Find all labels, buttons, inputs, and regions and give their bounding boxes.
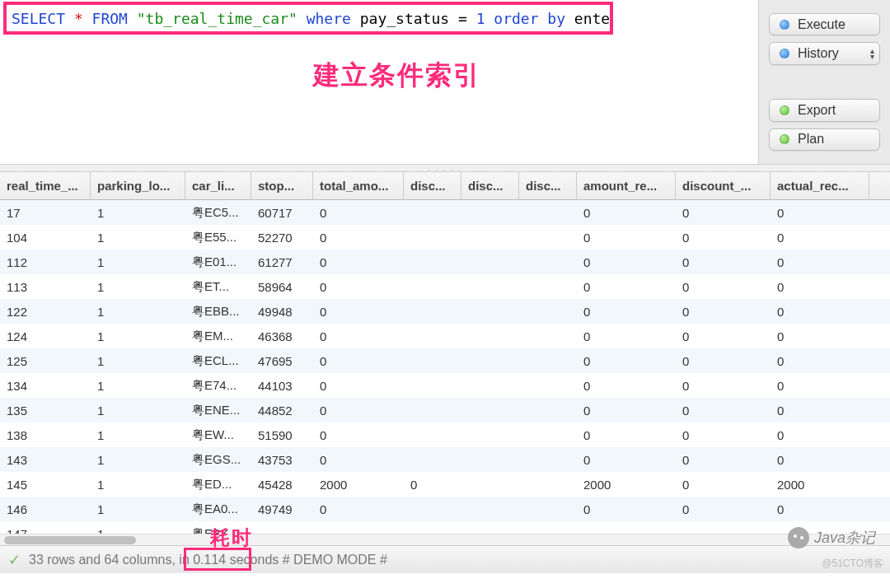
table-cell[interactable]: 0 [313, 250, 404, 274]
table-cell[interactable] [676, 521, 771, 534]
table-cell[interactable]: 1 [91, 521, 185, 534]
table-cell[interactable] [461, 447, 519, 472]
column-header[interactable]: total_amo... [313, 172, 404, 199]
table-cell[interactable]: 0 [577, 299, 676, 324]
column-header[interactable]: real_time_... [0, 172, 91, 199]
table-cell[interactable]: 粤EC5... [185, 200, 251, 225]
table-cell[interactable]: 125 [0, 348, 91, 373]
table-cell[interactable]: 0 [313, 324, 404, 348]
table-cell[interactable]: 43753 [251, 447, 313, 472]
table-cell[interactable]: 0 [577, 398, 676, 422]
export-button[interactable]: Export [769, 99, 880, 121]
sql-query-text[interactable]: SELECT * FROM "tb_real_time_car" where p… [3, 2, 613, 35]
table-cell[interactable]: 135 [0, 398, 91, 422]
table-cell[interactable]: 0 [771, 497, 869, 521]
table-cell[interactable] [519, 324, 577, 348]
table-cell[interactable]: 44103 [251, 373, 313, 398]
column-header[interactable]: parking_lo... [91, 172, 185, 199]
horizontal-scrollbar[interactable] [0, 534, 890, 545]
table-cell[interactable] [519, 200, 577, 225]
stepper-icon[interactable]: ▴▾ [870, 48, 874, 59]
table-cell[interactable]: 0 [313, 225, 404, 250]
execute-button[interactable]: Execute [769, 13, 880, 35]
table-cell[interactable]: 1 [91, 225, 185, 250]
table-cell[interactable] [461, 225, 519, 250]
table-cell[interactable] [461, 200, 519, 225]
table-cell[interactable]: 147 [0, 521, 91, 534]
table-cell[interactable] [404, 274, 461, 299]
table-cell[interactable] [313, 521, 404, 534]
table-row[interactable]: 1471粤EBK. [0, 521, 890, 534]
table-cell[interactable]: 0 [577, 497, 676, 521]
table-cell[interactable]: 124 [0, 324, 91, 348]
table-cell[interactable] [519, 274, 577, 299]
table-cell[interactable]: 1 [91, 497, 185, 521]
table-cell[interactable] [404, 324, 461, 348]
table-cell[interactable]: 0 [313, 299, 404, 324]
table-cell[interactable]: 0 [771, 200, 869, 225]
table-cell[interactable]: 1 [91, 398, 185, 422]
table-row[interactable]: 1381粤EW...515900000 [0, 422, 890, 447]
table-cell[interactable]: 0 [577, 447, 676, 472]
table-cell[interactable] [519, 472, 577, 497]
table-cell[interactable]: 0 [313, 348, 404, 373]
table-cell[interactable]: 146 [0, 497, 91, 521]
table-cell[interactable] [251, 521, 313, 534]
table-cell[interactable]: 0 [676, 497, 771, 521]
table-cell[interactable] [461, 472, 519, 497]
table-cell[interactable]: 粤ED... [185, 472, 251, 497]
table-cell[interactable] [519, 398, 577, 422]
table-cell[interactable]: 1 [91, 274, 185, 299]
table-cell[interactable]: 0 [771, 324, 869, 348]
table-cell[interactable]: 0 [676, 422, 771, 447]
table-cell[interactable]: 45428 [251, 472, 313, 497]
table-row[interactable]: 1431粤EGS...437530000 [0, 447, 890, 472]
table-cell[interactable]: 143 [0, 447, 91, 472]
table-cell[interactable]: 粤EM... [185, 324, 251, 348]
table-cell[interactable]: 0 [676, 299, 771, 324]
table-cell[interactable] [404, 250, 461, 274]
table-cell[interactable]: 46368 [251, 324, 313, 348]
table-row[interactable]: 1131粤ET...589640000 [0, 274, 890, 299]
table-cell[interactable]: 0 [313, 447, 404, 472]
table-row[interactable]: 1041粤E55...522700000 [0, 225, 890, 250]
table-cell[interactable] [577, 521, 676, 534]
table-cell[interactable]: 0 [577, 373, 676, 398]
table-cell[interactable]: 17 [0, 200, 91, 225]
table-row[interactable]: 1451粤ED...4542820000200002000 [0, 472, 890, 497]
table-cell[interactable]: 104 [0, 225, 91, 250]
table-cell[interactable]: 0 [577, 324, 676, 348]
table-cell[interactable]: 0 [771, 299, 869, 324]
table-cell[interactable] [404, 398, 461, 422]
table-cell[interactable]: 2000 [577, 472, 676, 497]
table-cell[interactable]: 0 [313, 274, 404, 299]
table-cell[interactable]: 0 [676, 472, 771, 497]
table-cell[interactable]: 52270 [251, 225, 313, 250]
table-cell[interactable]: 粤ECL... [185, 348, 251, 373]
table-cell[interactable] [404, 225, 461, 250]
table-cell[interactable]: 0 [676, 348, 771, 373]
table-cell[interactable] [461, 373, 519, 398]
sql-editor-pane[interactable]: SELECT * FROM "tb_real_time_car" where p… [0, 0, 758, 164]
table-cell[interactable]: 1 [91, 422, 185, 447]
table-cell[interactable] [519, 373, 577, 398]
table-cell[interactable]: 0 [577, 200, 676, 225]
table-cell[interactable]: 0 [676, 398, 771, 422]
table-cell[interactable]: 粤E01... [185, 250, 251, 274]
table-cell[interactable]: 0 [676, 447, 771, 472]
table-cell[interactable]: 0 [676, 225, 771, 250]
table-cell[interactable]: 112 [0, 250, 91, 274]
table-cell[interactable] [461, 521, 519, 534]
table-cell[interactable]: 145 [0, 472, 91, 497]
table-cell[interactable]: 0 [771, 225, 869, 250]
table-cell[interactable] [519, 348, 577, 373]
table-cell[interactable]: 0 [771, 447, 869, 472]
column-header[interactable]: disc... [519, 172, 577, 199]
table-row[interactable]: 171粤EC5...607170000 [0, 200, 890, 225]
table-cell[interactable]: 0 [771, 422, 869, 447]
table-cell[interactable]: 2000 [771, 472, 869, 497]
scrollbar-thumb[interactable] [4, 536, 136, 544]
table-cell[interactable]: 0 [313, 398, 404, 422]
table-cell[interactable] [404, 521, 461, 534]
pane-separator[interactable]: . . . . . [0, 165, 890, 171]
